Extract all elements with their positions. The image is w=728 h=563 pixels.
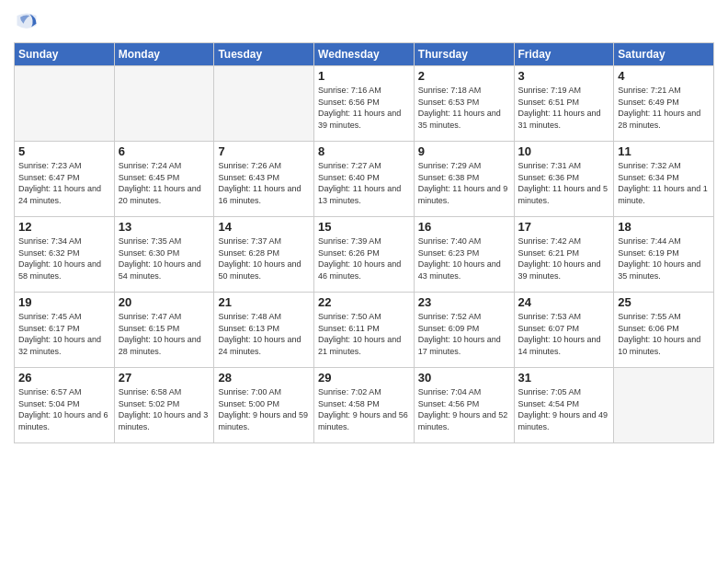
day-number: 19 [18,295,110,309]
day-of-week-header: Monday [114,43,214,66]
cell-info: Sunrise: 7:24 AM Sunset: 6:45 PM Dayligh… [119,160,210,206]
calendar-cell: 16Sunrise: 7:40 AM Sunset: 6:23 PM Dayli… [414,217,514,293]
cell-info: Sunrise: 7:40 AM Sunset: 6:23 PM Dayligh… [418,236,510,282]
day-number: 25 [618,295,710,309]
cell-info: Sunrise: 7:50 AM Sunset: 6:11 PM Dayligh… [318,311,410,357]
day-number: 9 [418,144,510,158]
calendar-header-row: SundayMondayTuesdayWednesdayThursdayFrid… [15,43,714,66]
cell-info: Sunrise: 7:19 AM Sunset: 6:51 PM Dayligh… [518,85,610,131]
day-number: 16 [418,220,510,234]
cell-info: Sunrise: 7:39 AM Sunset: 6:26 PM Dayligh… [318,236,410,282]
day-number: 31 [518,371,610,385]
cell-info: Sunrise: 7:21 AM Sunset: 6:49 PM Dayligh… [618,85,710,131]
cell-info: Sunrise: 7:44 AM Sunset: 6:19 PM Dayligh… [618,236,710,282]
day-of-week-header: Sunday [15,43,115,66]
cell-info: Sunrise: 7:48 AM Sunset: 6:13 PM Dayligh… [218,311,310,357]
day-number: 15 [318,220,410,234]
calendar-cell: 6Sunrise: 7:24 AM Sunset: 6:45 PM Daylig… [114,142,214,217]
calendar-cell: 24Sunrise: 7:53 AM Sunset: 6:07 PM Dayli… [514,293,614,368]
cell-info: Sunrise: 7:16 AM Sunset: 6:56 PM Dayligh… [318,85,410,131]
day-number: 28 [218,371,310,385]
cell-info: Sunrise: 7:26 AM Sunset: 6:43 PM Dayligh… [218,160,310,206]
logo-icon [14,9,40,35]
cell-info: Sunrise: 7:04 AM Sunset: 4:56 PM Dayligh… [418,386,510,432]
calendar: SundayMondayTuesdayWednesdayThursdayFrid… [14,42,714,443]
cell-info: Sunrise: 6:58 AM Sunset: 5:02 PM Dayligh… [119,386,210,432]
calendar-cell: 20Sunrise: 7:47 AM Sunset: 6:15 PM Dayli… [114,293,214,368]
header [14,9,714,35]
cell-info: Sunrise: 7:02 AM Sunset: 4:58 PM Dayligh… [318,386,410,432]
day-number: 11 [618,144,710,158]
day-number: 23 [418,295,510,309]
day-number: 24 [518,295,610,309]
calendar-week-row: 19Sunrise: 7:45 AM Sunset: 6:17 PM Dayli… [15,293,714,368]
calendar-week-row: 26Sunrise: 6:57 AM Sunset: 5:04 PM Dayli… [15,368,714,443]
cell-info: Sunrise: 7:53 AM Sunset: 6:07 PM Dayligh… [518,311,610,357]
day-number: 20 [119,295,210,309]
cell-info: Sunrise: 7:37 AM Sunset: 6:28 PM Dayligh… [218,236,310,282]
calendar-week-row: 1Sunrise: 7:16 AM Sunset: 6:56 PM Daylig… [15,66,714,142]
calendar-cell [114,66,214,142]
logo [14,9,41,35]
day-number: 8 [318,144,410,158]
day-number: 26 [18,371,110,385]
day-number: 3 [518,69,610,83]
calendar-cell: 28Sunrise: 7:00 AM Sunset: 5:00 PM Dayli… [214,368,314,443]
calendar-cell: 31Sunrise: 7:05 AM Sunset: 4:54 PM Dayli… [514,368,614,443]
day-number: 30 [418,371,510,385]
cell-info: Sunrise: 7:05 AM Sunset: 4:54 PM Dayligh… [518,386,610,432]
page: SundayMondayTuesdayWednesdayThursdayFrid… [0,0,728,563]
day-number: 1 [318,69,410,83]
day-number: 10 [518,144,610,158]
calendar-cell: 11Sunrise: 7:32 AM Sunset: 6:34 PM Dayli… [614,142,714,217]
calendar-cell: 19Sunrise: 7:45 AM Sunset: 6:17 PM Dayli… [15,293,115,368]
day-number: 29 [318,371,410,385]
cell-info: Sunrise: 7:27 AM Sunset: 6:40 PM Dayligh… [318,160,410,206]
day-number: 22 [318,295,410,309]
calendar-cell: 25Sunrise: 7:55 AM Sunset: 6:06 PM Dayli… [614,293,714,368]
calendar-cell: 29Sunrise: 7:02 AM Sunset: 4:58 PM Dayli… [314,368,415,443]
cell-info: Sunrise: 7:45 AM Sunset: 6:17 PM Dayligh… [18,311,110,357]
calendar-cell: 8Sunrise: 7:27 AM Sunset: 6:40 PM Daylig… [314,142,415,217]
calendar-cell: 23Sunrise: 7:52 AM Sunset: 6:09 PM Dayli… [414,293,514,368]
calendar-cell [214,66,314,142]
calendar-cell [614,368,714,443]
calendar-cell: 21Sunrise: 7:48 AM Sunset: 6:13 PM Dayli… [214,293,314,368]
calendar-week-row: 5Sunrise: 7:23 AM Sunset: 6:47 PM Daylig… [15,142,714,217]
day-number: 17 [518,220,610,234]
cell-info: Sunrise: 7:00 AM Sunset: 5:00 PM Dayligh… [218,386,310,432]
calendar-cell: 13Sunrise: 7:35 AM Sunset: 6:30 PM Dayli… [114,217,214,293]
cell-info: Sunrise: 7:34 AM Sunset: 6:32 PM Dayligh… [18,236,110,282]
cell-info: Sunrise: 7:42 AM Sunset: 6:21 PM Dayligh… [518,236,610,282]
cell-info: Sunrise: 7:32 AM Sunset: 6:34 PM Dayligh… [618,160,710,206]
calendar-cell: 15Sunrise: 7:39 AM Sunset: 6:26 PM Dayli… [314,217,415,293]
calendar-cell: 14Sunrise: 7:37 AM Sunset: 6:28 PM Dayli… [214,217,314,293]
cell-info: Sunrise: 7:31 AM Sunset: 6:36 PM Dayligh… [518,160,610,206]
calendar-cell: 12Sunrise: 7:34 AM Sunset: 6:32 PM Dayli… [15,217,115,293]
calendar-cell: 5Sunrise: 7:23 AM Sunset: 6:47 PM Daylig… [15,142,115,217]
calendar-cell [15,66,115,142]
day-number: 14 [218,220,310,234]
cell-info: Sunrise: 7:47 AM Sunset: 6:15 PM Dayligh… [119,311,210,357]
day-number: 18 [618,220,710,234]
calendar-cell: 27Sunrise: 6:58 AM Sunset: 5:02 PM Dayli… [114,368,214,443]
cell-info: Sunrise: 7:23 AM Sunset: 6:47 PM Dayligh… [18,160,110,206]
calendar-cell: 30Sunrise: 7:04 AM Sunset: 4:56 PM Dayli… [414,368,514,443]
calendar-cell: 17Sunrise: 7:42 AM Sunset: 6:21 PM Dayli… [514,217,614,293]
calendar-cell: 18Sunrise: 7:44 AM Sunset: 6:19 PM Dayli… [614,217,714,293]
day-of-week-header: Wednesday [314,43,415,66]
calendar-cell: 3Sunrise: 7:19 AM Sunset: 6:51 PM Daylig… [514,66,614,142]
day-number: 6 [119,144,210,158]
calendar-week-row: 12Sunrise: 7:34 AM Sunset: 6:32 PM Dayli… [15,217,714,293]
day-of-week-header: Friday [514,43,614,66]
calendar-cell: 4Sunrise: 7:21 AM Sunset: 6:49 PM Daylig… [614,66,714,142]
cell-info: Sunrise: 7:35 AM Sunset: 6:30 PM Dayligh… [119,236,210,282]
calendar-cell: 7Sunrise: 7:26 AM Sunset: 6:43 PM Daylig… [214,142,314,217]
day-number: 7 [218,144,310,158]
day-number: 4 [618,69,710,83]
calendar-cell: 9Sunrise: 7:29 AM Sunset: 6:38 PM Daylig… [414,142,514,217]
calendar-cell: 2Sunrise: 7:18 AM Sunset: 6:53 PM Daylig… [414,66,514,142]
cell-info: Sunrise: 6:57 AM Sunset: 5:04 PM Dayligh… [18,386,110,432]
cell-info: Sunrise: 7:29 AM Sunset: 6:38 PM Dayligh… [418,160,510,206]
day-number: 21 [218,295,310,309]
